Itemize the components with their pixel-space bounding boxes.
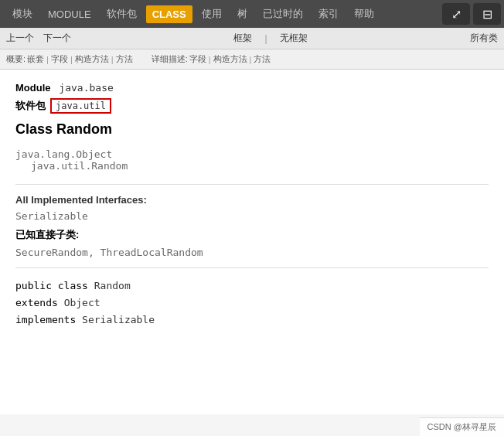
main-content: Module java.base 软件包 java.util Class Ran… [0,70,504,414]
nav-tree[interactable]: 树 [231,4,254,24]
code-implements-serializable[interactable]: Serializable [82,314,155,325]
breadcrumb-sep5: | [250,55,252,64]
breadcrumb-detail-field[interactable]: 字段 [189,53,206,65]
subclass-label: 已知直接子类: [15,228,489,242]
inheritance-line1[interactable]: java.lang.Object [15,148,489,160]
comment-icon: ⊟ [482,7,492,22]
expand-button[interactable]: ⤢ [442,3,470,25]
breadcrumb-left-label: 概要: [6,53,26,65]
sub-navigation: 上一个 下一个 框架 | 无框架 所有类 [0,28,504,49]
top-navigation: 模块 MODULE 软件包 CLASS 使用 树 已过时的 索引 帮助 ⤢ ⊟ [0,0,504,28]
frames-link[interactable]: 框架 [233,32,252,45]
inheritance-block: java.lang.Object java.util.Random [15,148,489,172]
class-title: Class Random [15,121,489,138]
breadcrumb-sep3: | [111,55,114,64]
all-classes-link[interactable]: 所有类 [470,32,498,45]
breadcrumb: 概要: 嵌套 | 字段 | 构造方法 | 方法 详细描述: 字段 | 构造方法 … [0,49,504,70]
code-keyword-extends: extends [15,297,64,308]
breadcrumb-constructor[interactable]: 构造方法 [75,53,109,65]
code-line-2: extends Object [15,295,489,312]
nav-help[interactable]: 帮助 [348,4,380,24]
breadcrumb-field[interactable]: 字段 [51,53,68,65]
code-extends-object[interactable]: Object [64,297,100,308]
breadcrumb-right-label: 详细描述: [152,53,188,65]
top-right-actions: ⤢ ⊟ [442,3,501,25]
breadcrumb-method[interactable]: 方法 [116,53,133,65]
package-line: 软件包 java.util [15,98,489,114]
inheritance-line2[interactable]: java.util.Random [15,160,489,172]
package-value[interactable]: java.util [50,98,111,114]
nav-index[interactable]: 索引 [312,4,345,24]
code-keyword-public: public class [15,280,94,291]
module-label: Module [15,82,51,94]
module-line: Module java.base [15,82,489,94]
breadcrumb-sep1: | [46,55,49,64]
nav-MODULE[interactable]: MODULE [42,5,97,23]
footer: CSDN @林寻星辰 [420,417,504,436]
module-value: java.base [59,82,113,94]
divider1 [15,184,489,185]
nav-deprecated[interactable]: 已过时的 [257,4,309,24]
code-keyword-implements: implements [15,314,82,325]
comment-button[interactable]: ⊟ [473,3,501,25]
code-classname-random: Random [94,280,131,291]
breadcrumb-nested[interactable]: 嵌套 [27,53,44,65]
footer-text: CSDN @林寻星辰 [427,422,496,431]
code-line-3: implements Serializable [15,312,489,329]
package-label: 软件包 [15,99,46,113]
nav-module[interactable]: 模块 [6,4,39,24]
interface-serializable[interactable]: Serializable [15,210,489,222]
nav-use[interactable]: 使用 [196,4,228,24]
prev-link[interactable]: 上一个 [6,32,34,45]
code-block: public class Random extends Object imple… [15,278,489,329]
subclass-links: SecureRandom, ThreadLocalRandom [15,247,489,258]
nav-package[interactable]: 软件包 [100,4,143,24]
divider2 [15,267,489,268]
breadcrumb-detail-constructor[interactable]: 构造方法 [213,53,247,65]
interfaces-label: All Implemented Interfaces: [15,194,489,206]
breadcrumb-sep4: | [209,55,211,64]
code-line-1: public class Random [15,278,489,295]
next-link[interactable]: 下一个 [43,32,71,45]
breadcrumb-sep2: | [70,55,73,64]
frames-separator: | [264,33,267,44]
expand-icon: ⤢ [451,7,461,22]
nav-class[interactable]: CLASS [146,5,192,23]
breadcrumb-detail-method[interactable]: 方法 [254,53,271,65]
no-frames-link[interactable]: 无框架 [280,32,308,45]
